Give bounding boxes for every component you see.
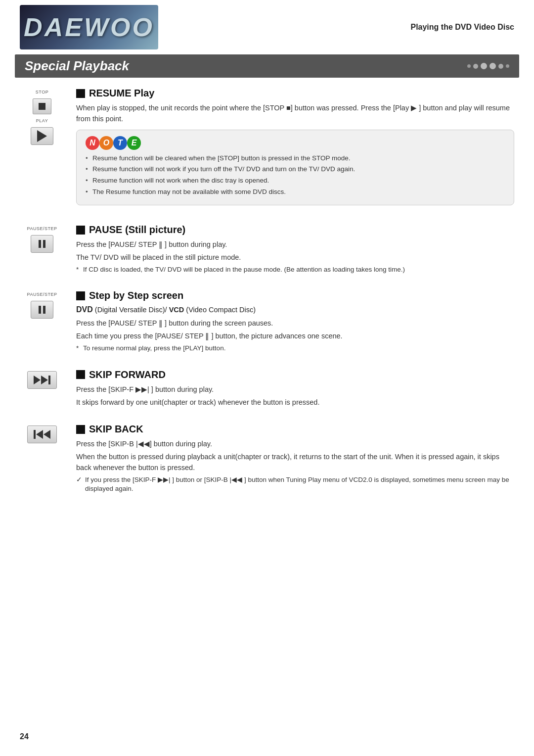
skipback-content: SKIP BACK Press the [SKIP-B |◀◀] button … bbox=[76, 424, 514, 496]
skipfwd-body-1: Press the [SKIP-F ▶▶| ] button during pl… bbox=[76, 384, 514, 395]
skip-back-shape bbox=[34, 430, 50, 439]
skipfwd-heading: SKIP FORWARD bbox=[76, 369, 514, 380]
section-title: Special Playback bbox=[25, 58, 129, 74]
skipfwd-body-2: It skips forward by one unit(chapter or … bbox=[76, 397, 514, 408]
resume-heading-square bbox=[76, 89, 85, 98]
note-n: N bbox=[86, 136, 99, 150]
skipback-body-1: Press the [SKIP-B |◀◀] button during pla… bbox=[76, 439, 514, 450]
skipback-heading-square bbox=[76, 425, 85, 434]
note-title: N O T E bbox=[86, 136, 505, 150]
step-pause-bar-1 bbox=[39, 306, 41, 314]
pause-label: PAUSE/STEP bbox=[27, 226, 57, 231]
resume-note-list: Resume function will be cleared when the… bbox=[86, 154, 505, 197]
vcd-label: VCD bbox=[167, 306, 184, 314]
resume-body-1: When play is stopped, the unit records t… bbox=[76, 103, 514, 125]
logo-text: DAEWOO bbox=[24, 12, 154, 42]
step-heading: Step by Step screen bbox=[76, 290, 514, 301]
step-body-2: Each time you press the [PAUSE/ STEP ‖ ]… bbox=[76, 331, 514, 342]
pause-button-icon bbox=[31, 235, 53, 253]
skip-fwd-tri2 bbox=[41, 376, 48, 384]
play-label: PLAY bbox=[36, 118, 48, 123]
dot-4 bbox=[490, 63, 496, 69]
skip-back-tri1 bbox=[36, 430, 43, 439]
pause-bars-icon bbox=[39, 240, 45, 248]
step-asterisk: To resume normal play, press the [PLAY] … bbox=[76, 344, 514, 353]
header-right-text: Playing the DVD Video Disc bbox=[410, 23, 514, 32]
stop-button-icon bbox=[33, 98, 51, 114]
pause-content: PAUSE (Still picture) Press the [PAUSE/ … bbox=[76, 224, 514, 276]
note-t: T bbox=[113, 136, 127, 150]
dot-2 bbox=[473, 64, 478, 69]
pause-section: PAUSE/STEP PAUSE (Still picture) Press t… bbox=[20, 224, 514, 276]
dot-3 bbox=[481, 63, 487, 69]
skip-back-tri2 bbox=[44, 430, 50, 439]
step-pause-bar-2 bbox=[43, 306, 45, 314]
skipback-section: SKIP BACK Press the [SKIP-B |◀◀] button … bbox=[20, 424, 514, 496]
dvd-desc: (Digital Versatile Disc)/ bbox=[93, 306, 167, 314]
step-body-1: Press the [PAUSE/ STEP ‖ ] button during… bbox=[76, 318, 514, 329]
skip-fwd-bar bbox=[48, 376, 50, 384]
skipback-checkmark: If you press the [SKIP-F ▶▶| ] button or… bbox=[76, 475, 514, 494]
skipfwd-heading-square bbox=[76, 370, 85, 379]
play-triangle-icon bbox=[37, 130, 47, 142]
stop-square-icon bbox=[39, 103, 45, 110]
skipback-heading: SKIP BACK bbox=[76, 424, 514, 435]
skipfwd-icon-col bbox=[20, 369, 64, 389]
note-o: O bbox=[99, 136, 113, 150]
skipfwd-content: SKIP FORWARD Press the [SKIP-F ▶▶| ] but… bbox=[76, 369, 514, 410]
dot-5 bbox=[498, 64, 503, 69]
step-pause-bars-icon bbox=[39, 306, 45, 314]
resume-icon-col: STOP PLAY bbox=[20, 88, 64, 145]
pause-heading-text: PAUSE (Still picture) bbox=[89, 224, 185, 236]
step-pause-button-icon bbox=[31, 301, 53, 319]
skipback-icon-col bbox=[20, 424, 64, 443]
skip-back-button-icon bbox=[27, 425, 57, 443]
section-title-bar: Special Playback bbox=[15, 54, 519, 78]
resume-content: RESUME Play When play is stopped, the un… bbox=[76, 88, 514, 210]
step-content: Step by Step screen DVD (Digital Versati… bbox=[76, 290, 514, 355]
resume-heading-text: RESUME Play bbox=[89, 88, 154, 99]
dot-1 bbox=[467, 64, 471, 68]
note-e: E bbox=[127, 136, 141, 150]
pause-asterisk: If CD disc is loaded, the TV/ DVD will b… bbox=[76, 265, 514, 275]
pause-body-1: Press the [PAUSE/ STEP ‖ ] button during… bbox=[76, 239, 514, 250]
pause-body-2: The TV/ DVD will be placed in the still … bbox=[76, 252, 514, 263]
resume-note-box: N O T E Resume function will be cleared … bbox=[76, 130, 514, 206]
skipback-body-2: When the button is pressed during playba… bbox=[76, 452, 514, 473]
resume-section: STOP PLAY RESUME Play When play is stopp… bbox=[20, 88, 514, 210]
pause-heading-square bbox=[76, 226, 85, 235]
step-section: PAUSE/STEP Step by Step screen DVD (Digi… bbox=[20, 290, 514, 355]
skip-fwd-shape bbox=[34, 376, 50, 384]
pause-bar-1 bbox=[39, 240, 41, 248]
step-heading-square bbox=[76, 291, 85, 300]
header: DAEWOO Playing the DVD Video Disc bbox=[0, 0, 534, 54]
resume-heading: RESUME Play bbox=[76, 88, 514, 99]
step-heading-text: Step by Step screen bbox=[89, 290, 183, 301]
skipfwd-heading-text: SKIP FORWARD bbox=[89, 369, 166, 380]
dot-6 bbox=[506, 64, 509, 68]
step-icon-col: PAUSE/STEP bbox=[20, 290, 64, 319]
logo: DAEWOO bbox=[20, 5, 158, 49]
play-button-icon bbox=[31, 127, 53, 145]
skipfwd-section: SKIP FORWARD Press the [SKIP-F ▶▶| ] but… bbox=[20, 369, 514, 410]
main-content: STOP PLAY RESUME Play When play is stopp… bbox=[0, 78, 534, 520]
pause-bar-2 bbox=[43, 240, 45, 248]
skip-forward-button-icon bbox=[27, 371, 57, 389]
pause-heading: PAUSE (Still picture) bbox=[76, 224, 514, 236]
skipback-heading-text: SKIP BACK bbox=[89, 424, 143, 435]
page-number: 24 bbox=[20, 732, 29, 741]
skip-fwd-tri1 bbox=[34, 376, 41, 384]
note-item-1: Resume function will be cleared when the… bbox=[86, 154, 505, 163]
pause-icon-col: PAUSE/STEP bbox=[20, 224, 64, 253]
note-item-3: Resume function will not work when the d… bbox=[86, 176, 505, 186]
vcd-desc: (Video Compact Disc) bbox=[184, 306, 256, 314]
note-item-2: Resume function will not work if you tur… bbox=[86, 165, 505, 174]
dvd-label: DVD bbox=[76, 305, 93, 314]
step-pause-label: PAUSE/STEP bbox=[27, 292, 57, 297]
note-item-4: The Resume function may not be available… bbox=[86, 188, 505, 197]
dot-decoration bbox=[467, 63, 509, 69]
disc-type-line: DVD (Digital Versatile Disc)/ VCD (Video… bbox=[76, 305, 514, 314]
stop-label: STOP bbox=[36, 90, 48, 94]
skip-back-bar bbox=[34, 430, 36, 439]
